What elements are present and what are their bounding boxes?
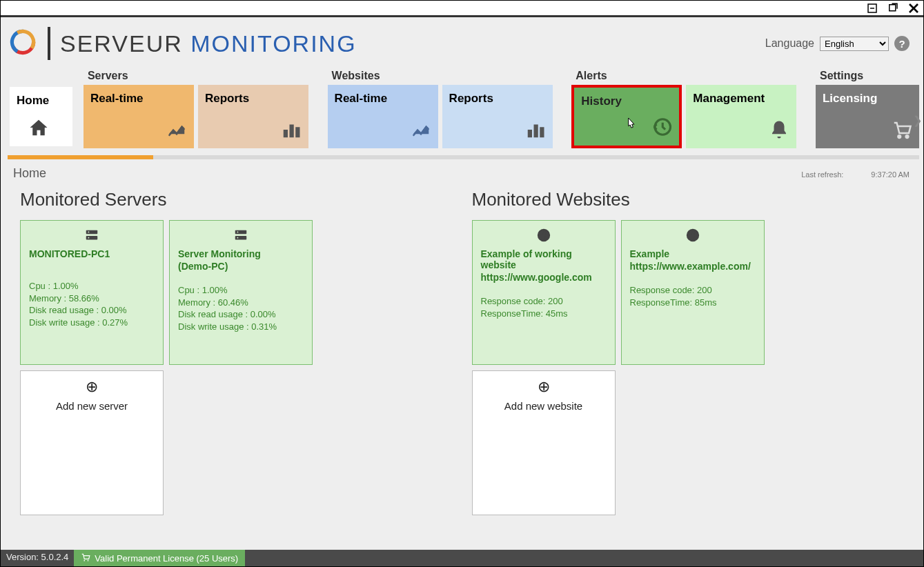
svg-point-23: [237, 232, 239, 233]
maximize-button[interactable]: [886, 1, 900, 15]
titlebar: [1, 1, 923, 17]
svg-point-19: [88, 232, 90, 233]
svg-rect-8: [284, 130, 288, 137]
app-logo: SERVEUR MONITORING: [5, 24, 357, 63]
globe-icon: [481, 228, 607, 246]
svg-point-24: [237, 237, 239, 239]
home-icon: [28, 117, 49, 141]
website-card[interactable]: Example https://www.example.com/ Respons…: [621, 220, 765, 365]
bar-chart-icon: [281, 119, 302, 143]
cart-icon: [892, 119, 912, 143]
last-refresh-time: 9:37:20 AM: [871, 170, 910, 179]
tab-home[interactable]: Home: [8, 85, 75, 148]
tab-alerts-management[interactable]: Management: [686, 85, 796, 148]
monitored-servers-title: Monitored Servers: [20, 189, 458, 210]
breadcrumb: Home: [13, 166, 46, 181]
server-card[interactable]: MONITORED-PC1 Cpu : 1.00% Memory : 58.66…: [20, 220, 164, 365]
svg-rect-18: [86, 236, 98, 240]
tab-websites-reports[interactable]: Reports: [442, 85, 553, 148]
help-icon[interactable]: ?: [894, 36, 910, 51]
server-icon: [29, 228, 155, 246]
nav-group-websites: Websites: [328, 70, 553, 85]
version-label: Version: 5.0.2.4: [1, 550, 74, 566]
svg-point-15: [898, 135, 901, 138]
chart-line-icon: [166, 119, 187, 143]
svg-point-20: [88, 237, 90, 239]
svg-rect-12: [533, 125, 538, 138]
server-icon: [178, 228, 304, 246]
bar-chart-icon: [525, 119, 546, 143]
cursor-icon: [624, 117, 638, 136]
svg-rect-13: [540, 127, 544, 137]
tab-websites-realtime[interactable]: Real-time: [328, 85, 438, 148]
website-card[interactable]: Example of working website https://www.g…: [472, 220, 616, 365]
svg-point-28: [88, 559, 89, 561]
minimize-button[interactable]: [865, 1, 879, 15]
tab-servers-reports[interactable]: Reports: [198, 85, 308, 148]
svg-rect-9: [289, 125, 293, 138]
language-select[interactable]: English: [820, 37, 889, 51]
chart-line-icon: [411, 119, 431, 143]
globe-icon: [630, 228, 756, 246]
server-card[interactable]: Server Monitoring (Demo-PC) Cpu : 1.00% …: [169, 220, 313, 365]
tab-alerts-history[interactable]: History: [571, 85, 682, 148]
cart-icon: [81, 553, 90, 564]
loading-bar: [8, 155, 919, 159]
nav-group-settings: Settings: [816, 70, 919, 85]
plus-icon: ⊕: [481, 378, 607, 396]
bell-icon: [769, 119, 789, 143]
add-website-button[interactable]: ⊕ Add new website: [472, 370, 616, 515]
language-label: Language: [765, 37, 814, 50]
plus-icon: ⊕: [29, 378, 155, 396]
svg-rect-11: [527, 130, 531, 137]
tab-servers-realtime[interactable]: Real-time: [83, 85, 194, 148]
app-title: SERVEUR MONITORING: [60, 30, 357, 57]
nav-group-servers: Servers: [83, 70, 308, 85]
monitored-websites-title: Monitored Websites: [472, 189, 910, 210]
nav-scroll-right-icon[interactable]: ❯: [913, 114, 922, 127]
add-server-button[interactable]: ⊕ Add new server: [20, 370, 164, 515]
svg-rect-10: [295, 127, 299, 137]
svg-rect-17: [86, 230, 98, 235]
history-icon: [651, 117, 672, 140]
close-button[interactable]: [907, 1, 921, 15]
nav-group-alerts: Alerts: [571, 70, 796, 85]
svg-point-16: [906, 135, 909, 138]
license-badge[interactable]: Valid Permanent License (25 Users): [74, 550, 245, 566]
logo-icon: [5, 24, 41, 63]
status-bar: Version: 5.0.2.4 Valid Permanent License…: [1, 550, 923, 566]
svg-point-27: [84, 559, 86, 561]
svg-rect-21: [235, 230, 247, 235]
svg-rect-22: [235, 236, 247, 240]
last-refresh-label: Last refresh:: [801, 170, 843, 179]
svg-rect-2: [889, 4, 896, 10]
tab-settings-licensing[interactable]: Licensing: [816, 85, 919, 148]
